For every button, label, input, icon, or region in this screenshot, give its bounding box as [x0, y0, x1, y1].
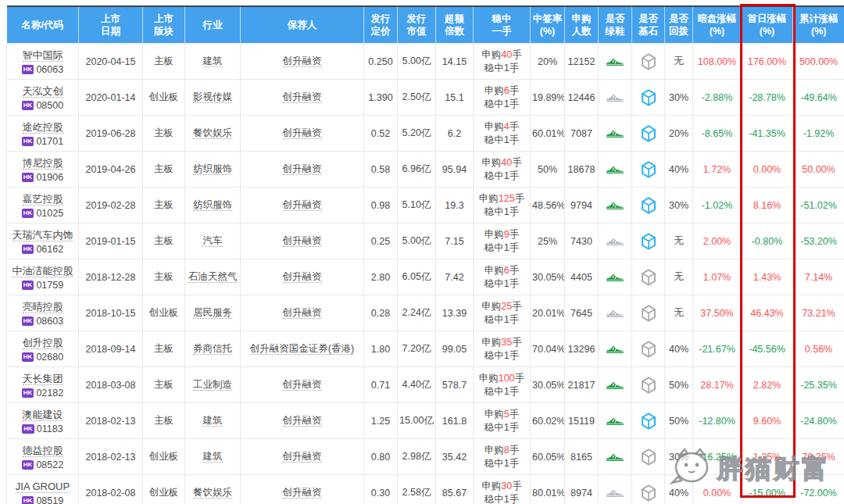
sponsor-link[interactable]: 创升融资	[283, 55, 322, 67]
first-day-pct-cell: 46.43%	[742, 295, 793, 331]
board-cell: 创业板	[143, 439, 185, 475]
sponsor-link[interactable]: 创升融资	[283, 379, 322, 391]
sponsor-link[interactable]: 创升融资	[283, 307, 322, 319]
board-cell: 主板	[143, 367, 185, 403]
industry-link[interactable]: 建筑	[203, 451, 223, 463]
green-shoe-cell	[599, 80, 632, 116]
win-rate-cell: 60.05%	[531, 439, 565, 475]
subscribe-lot-count: 8	[504, 445, 510, 456]
sponsor-cell: 创升融资	[241, 188, 364, 223]
cornerstone-yes-icon	[641, 235, 656, 246]
subscribe-lot-count: 30	[501, 481, 512, 491]
industry-link[interactable]: 建筑	[203, 415, 223, 427]
col-header-list_date-line: 上市	[79, 13, 142, 25]
industry-link[interactable]: 石油天然气	[188, 271, 238, 283]
board-cell: 主板	[143, 152, 185, 188]
subscribe-suffix: 手	[512, 157, 522, 168]
issue-price: 0.30	[371, 488, 390, 499]
sponsor-link[interactable]: 创升融资	[283, 415, 322, 427]
industry-link[interactable]: 居民服务	[193, 307, 232, 319]
sponsor-link[interactable]: 创升融资国金证券(香港)	[250, 343, 354, 355]
list-date: 2019-01-15	[86, 236, 136, 247]
industry-link[interactable]: 餐饮娱乐	[193, 127, 232, 139]
subscribe-lots-line: 申购100手	[475, 372, 528, 385]
cornerstone-cell	[632, 439, 665, 475]
first-day-pct-cell: -0.80%	[742, 223, 793, 259]
clawback-cell: 30%	[665, 188, 693, 223]
stock-name-link[interactable]: 博尼控股	[23, 157, 63, 170]
col-header-clawback: 是否回拨	[665, 6, 693, 44]
grey-market-pct: 1.72%	[703, 164, 731, 175]
stock-name-link[interactable]: 天泓文创	[23, 85, 63, 98]
industry-link[interactable]: 纺织服饰	[193, 199, 232, 211]
sponsor-link[interactable]: 创升融资	[283, 451, 322, 463]
stock-name-link[interactable]: JIA GROUP	[16, 481, 70, 493]
subscribe-lot-count: 100	[499, 373, 515, 384]
sponsor-link[interactable]: 创升融资	[283, 271, 322, 283]
cornerstone-no-icon	[641, 487, 656, 498]
stable-lot-line: 稳中1手	[475, 277, 528, 291]
first-day-pct-cell: -15.00%	[742, 475, 793, 504]
sponsor-link[interactable]: 创升融资	[283, 127, 322, 139]
industry-link[interactable]: 餐饮娱乐	[193, 487, 232, 499]
stock-name-link[interactable]: 天瑞汽车内饰	[13, 229, 73, 241]
stock-name-link[interactable]: 中油洁能控股	[13, 265, 73, 277]
industry-link[interactable]: 纺织服饰	[193, 163, 232, 175]
oversub-multiple-cell: 95.94	[436, 152, 474, 188]
cornerstone-yes-icon	[641, 163, 656, 174]
market-cap: 2.58亿	[402, 487, 431, 498]
stock-name-cell: 创升控股 HK 02680	[7, 331, 79, 367]
stable-lot-line: 稳中1手	[475, 206, 528, 219]
hk-market-badge: HK	[22, 173, 34, 182]
sponsor-link[interactable]: 创升融资	[283, 163, 322, 175]
stock-name-link[interactable]: 德益控股	[23, 445, 63, 457]
oversub-multiple: 13.39	[442, 308, 467, 319]
cumulative-pct-cell: 500.00%	[793, 44, 844, 80]
industry-link[interactable]: 汽车	[203, 235, 223, 247]
sponsor-link[interactable]: 创升融资	[283, 487, 322, 499]
industry-link[interactable]: 影视传媒	[193, 91, 232, 103]
subscribe-lot-count: 6	[504, 85, 510, 96]
stock-name-link[interactable]: 天长集团	[23, 373, 63, 385]
stock-name-link[interactable]: 嘉艺控股	[23, 193, 63, 206]
list-date: 2018-12-28	[86, 272, 136, 283]
industry-cell: 纺织服饰	[185, 188, 241, 223]
cornerstone-cell	[632, 259, 665, 295]
clawback-cell: 50%	[665, 403, 693, 439]
stable-lot-line: 稳中1手	[475, 241, 528, 255]
issue-price-cell: 0.28	[364, 295, 398, 331]
stock-name-link[interactable]: 亮晴控股	[23, 301, 63, 313]
stock-name-link[interactable]: 创升控股	[23, 337, 63, 349]
industry-link[interactable]: 工业制造	[193, 379, 232, 391]
applicants-cell: 8974	[565, 475, 599, 504]
sponsor-link[interactable]: 创升融资	[283, 235, 322, 247]
cumulative-pct: 500.00%	[799, 56, 838, 67]
stock-name-link[interactable]: 途屹控股	[23, 121, 63, 134]
board-cell: 创业板	[143, 475, 185, 504]
hk-market-badge: HK	[22, 65, 34, 74]
industry-link[interactable]: 券商信托	[193, 343, 232, 355]
stock-name-link[interactable]: 智中国际	[23, 49, 63, 62]
first-day-pct: -28.78%	[749, 92, 785, 103]
grey-market-pct: 2.00%	[703, 236, 731, 247]
issue-price: 0.98	[371, 200, 390, 211]
win-rate: 50%	[538, 164, 557, 175]
sponsor-link[interactable]: 创升融资	[283, 199, 322, 211]
subscribe-lots-line: 申购8手	[475, 444, 528, 457]
cumulative-pct-cell: -53.20%	[793, 223, 844, 259]
stock-name-cell: 亮晴控股 HK 08603	[7, 295, 79, 331]
sponsor-cell: 创升融资	[241, 223, 364, 259]
subscribe-prefix: 申购	[481, 301, 501, 312]
stock-name-link[interactable]: 澳能建设	[23, 409, 63, 421]
cornerstone-no-icon	[641, 379, 656, 390]
col-header-applicants-line: 申购	[565, 13, 598, 25]
col-header-industry-line: 行业	[185, 19, 240, 31]
hk-market-badge: HK	[22, 352, 34, 362]
board: 主板	[154, 415, 173, 426]
board-cell: 主板	[143, 331, 185, 367]
industry-link[interactable]: 建筑	[203, 55, 223, 67]
win-rate-cell: 60.02%	[531, 403, 565, 439]
col-header-cornerstone-line: 基石	[632, 25, 664, 38]
sponsor-link[interactable]: 创升融资	[283, 91, 322, 103]
col-header-cumulative_pct: 累计涨幅(%)	[793, 6, 844, 44]
